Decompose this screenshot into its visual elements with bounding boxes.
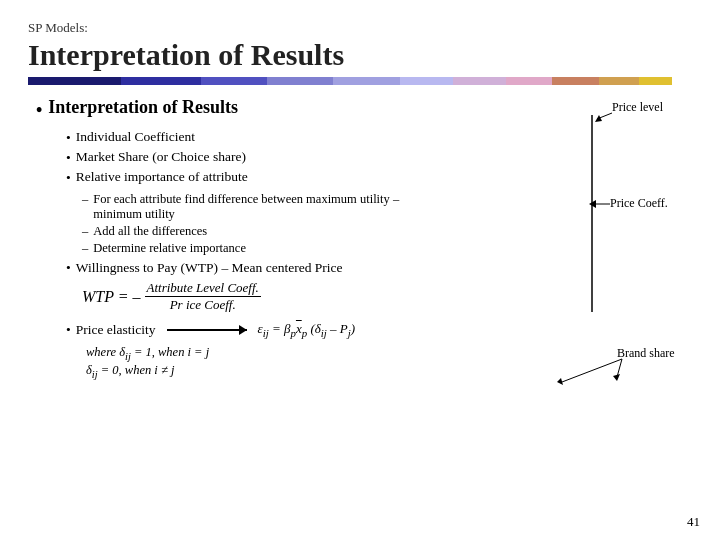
subtitle: SP Models: [28, 20, 692, 36]
left-col: • Interpretation of Results • Individual… [28, 97, 452, 380]
wtp-main: • Willingness to Pay (WTP) – Mean center… [66, 260, 442, 276]
bullet-dot: • [36, 100, 42, 121]
wtp-section: • Willingness to Pay (WTP) – Mean center… [66, 260, 442, 313]
sub-bullet-relative: • Relative importance of attribute [66, 169, 442, 186]
svg-marker-3 [595, 115, 602, 122]
slide: SP Models: Interpretation of Results • I… [0, 0, 720, 540]
main-heading: Interpretation of Results [48, 97, 238, 118]
page-number: 41 [687, 514, 700, 530]
sub-bullets: • Individual Coefficient • Market Share … [66, 129, 442, 186]
sub-sub-bullet-3: Determine relative importance [82, 241, 442, 256]
svg-line-10 [562, 359, 622, 382]
content-area: • Interpretation of Results • Individual… [28, 97, 692, 380]
svg-marker-9 [613, 374, 620, 381]
price-elasticity-main: • Price elasticity εij = βpxp (δij – Pj) [66, 321, 442, 339]
svg-text:Brand share: Brand share [617, 346, 675, 360]
right-col: Price level Price Coeff. Brand share [452, 97, 692, 380]
svg-text:Price Coeff.: Price Coeff. [610, 196, 668, 210]
diagram-svg: Price level Price Coeff. Brand share [462, 97, 692, 457]
main-bullet: • Interpretation of Results [36, 97, 442, 121]
sub-bullet-individual: • Individual Coefficient [66, 129, 442, 146]
price-elasticity-section: • Price elasticity εij = βpxp (δij – Pj)… [66, 321, 442, 380]
title: Interpretation of Results [28, 38, 692, 71]
wtp-formula: WTP = – Attribute Level Coeff. Pr ice Co… [82, 280, 442, 313]
sub-sub-bullets: For each attribute find difference betwe… [82, 192, 442, 256]
sub-sub-bullet-2: Add all the differences [82, 224, 442, 239]
sub-sub-bullet-1: For each attribute find difference betwe… [82, 192, 442, 222]
svg-text:Price level: Price level [612, 100, 664, 114]
arrow-right [167, 329, 247, 331]
sub-bullet-market-share: • Market Share (or Choice share) [66, 149, 442, 166]
color-bar [28, 77, 692, 85]
